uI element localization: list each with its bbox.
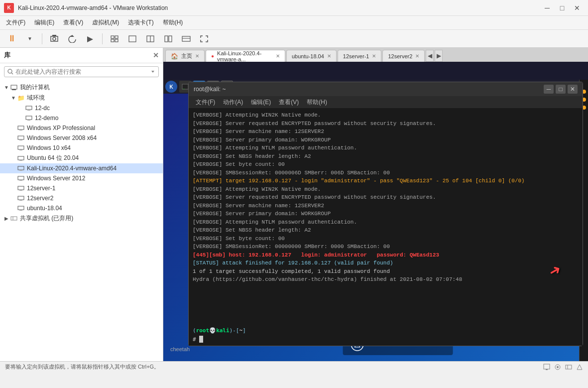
term-line-19: [STATUS] attack finished for 192.168.0.1… — [193, 259, 579, 267]
menu-tab[interactable]: 选项卡(T) — [124, 16, 157, 29]
term-menu-file[interactable]: 文件(F) — [193, 97, 218, 108]
term-line-2: [VERBOSE] Server requested ENCRYPTED pas… — [193, 120, 579, 128]
menu-file[interactable]: 文件(F) — [2, 16, 29, 29]
svg-line-16 — [11, 73, 13, 74]
arrow-icon: ▼ — [3, 85, 10, 90]
term-menu-help[interactable]: 帮助(H) — [304, 97, 330, 108]
menu-edit[interactable]: 编辑(E) — [30, 16, 58, 29]
tree-label-win2008: Windows Server 2008 x64 — [27, 134, 97, 141]
minimize-button[interactable]: ─ — [540, 2, 554, 14]
tab-label-ubuntu1804: ubuntu-18.04 — [292, 53, 324, 59]
tab-close-home[interactable]: ✕ — [195, 53, 199, 59]
svg-rect-27 — [18, 136, 24, 139]
tab-ubuntu1804[interactable]: ubuntu-18.04 ✕ — [286, 50, 337, 62]
tree-item-winxp[interactable]: Windows XP Professional — [0, 123, 163, 133]
tree-item-my-computer[interactable]: ▼ 我的计算机 — [0, 82, 163, 93]
statusbar-icon-1 — [543, 364, 550, 371]
tab-label-12server1: 12server-1 — [343, 53, 369, 59]
tree-item-12server1[interactable]: 12server-1 — [0, 183, 163, 193]
main-area: 库 ✕ ▼ 我的计算机 ▼ 📁 域环境 — [0, 48, 588, 361]
svg-rect-40 — [19, 200, 22, 201]
vm-display-area[interactable]: K _ root@kali: ~ root@kali: ~ 07:08 上午 — [163, 62, 588, 361]
search-dropdown-icon[interactable] — [150, 69, 155, 74]
tree-item-kali[interactable]: Kali-Linux-2020.4-vmware-amd64 — [0, 163, 163, 173]
terminal-minimize-button[interactable]: ─ — [544, 85, 554, 94]
tree-label-win2012: Windows Server 2012 — [27, 175, 85, 182]
menubar: 文件(F) 编辑(E) 查看(V) 虚拟机(M) 选项卡(T) 帮助(H) — [0, 16, 588, 30]
svg-point-2 — [53, 37, 56, 40]
svg-rect-55 — [546, 369, 548, 370]
suspend-button[interactable] — [82, 32, 98, 46]
tab-kali[interactable]: ● Kali-Linux-2020.4-vmware-a... ✕ — [206, 50, 285, 62]
tree-item-shared[interactable]: ▶ 共享虚拟机 (已弃用) — [0, 213, 163, 224]
terminal-titlebar: root@kali: ~ ─ □ ✕ — [189, 82, 583, 96]
tab-12server2[interactable]: 12server2 ✕ — [382, 50, 425, 62]
term-menu-view[interactable]: 查看(V) — [276, 97, 302, 108]
menu-view[interactable]: 查看(V) — [59, 16, 87, 29]
terminal-window-controls: ─ □ ✕ — [544, 85, 578, 94]
term-line-15: [VERBOSE] Set NBSS header length: A2 — [193, 226, 579, 235]
terminal-input-line[interactable]: (root💀kali)-[~] — [189, 325, 583, 336]
tree-item-win2012[interactable]: Windows Server 2012 — [0, 173, 163, 183]
snapshot-button[interactable] — [46, 32, 62, 46]
term-line-5: [VERBOSE] Attempting NTLM password authe… — [193, 144, 579, 152]
view-btn-3[interactable] — [142, 32, 158, 46]
term-menu-action[interactable]: 动作(A) — [220, 97, 246, 108]
terminal-window[interactable]: root@kali: ~ ─ □ ✕ 文件(F) 动作(A) 编辑(E) 查看(… — [188, 82, 583, 346]
svg-rect-20 — [26, 106, 32, 110]
svg-rect-8 — [129, 36, 136, 42]
term-line-7: [VERBOSE] Set byte count: 00 — [193, 160, 579, 169]
maximize-button[interactable]: □ — [555, 2, 569, 14]
vm-tree: ▼ 我的计算机 ▼ 📁 域环境 12-dc — [0, 80, 163, 361]
tree-item-12server2[interactable]: 12server2 — [0, 193, 163, 203]
menu-vm[interactable]: 虚拟机(M) — [88, 16, 123, 29]
term-line-12: [VERBOSE] Server machine name: 12SERVER2 — [193, 202, 579, 210]
svg-point-15 — [8, 69, 12, 73]
vm-icon — [17, 154, 25, 162]
tree-item-domain[interactable]: ▼ 📁 域环境 — [0, 93, 163, 103]
tab-close-kali[interactable]: ✕ — [276, 53, 280, 59]
vm-icon — [17, 174, 25, 182]
close-button[interactable]: ✕ — [570, 2, 584, 14]
tab-close-12server2[interactable]: ✕ — [415, 53, 419, 59]
taskbar-apps-icon[interactable]: K — [165, 81, 177, 93]
pause-button[interactable]: ⏸ — [4, 32, 20, 46]
menu-help[interactable]: 帮助(H) — [159, 16, 187, 29]
tree-item-win2008[interactable]: Windows Server 2008 x64 — [0, 133, 163, 143]
tree-item-12demo[interactable]: 12-demo — [0, 113, 163, 123]
home-icon: 🏠 — [171, 53, 178, 60]
tab-close-12server1[interactable]: ✕ — [372, 53, 376, 59]
terminal-maximize-button[interactable]: □ — [556, 85, 566, 94]
revert-button[interactable] — [64, 32, 80, 46]
term-menu-edit[interactable]: 编辑(E) — [248, 97, 274, 108]
toolbar-dropdown[interactable]: ▼ — [22, 32, 38, 46]
tree-item-ubuntu2004[interactable]: Ubuntu 64 位 20.04 — [0, 153, 163, 163]
sidebar-close-button[interactable]: ✕ — [153, 51, 159, 59]
tab-12server1[interactable]: 12server-1 ✕ — [338, 50, 382, 62]
svg-rect-35 — [18, 176, 24, 180]
tree-item-12dc[interactable]: 12-dc — [0, 103, 163, 113]
term-line-10: [VERBOSE] Attempting WIN2K Native mode. — [193, 185, 579, 194]
term-line-13: [VERBOSE] Server primary domain: WORKGRO… — [193, 210, 579, 218]
tab-nav-right[interactable]: ▶ — [435, 50, 443, 62]
vm-icon — [17, 164, 25, 172]
fullscreen-button[interactable] — [196, 32, 212, 46]
tab-nav-left[interactable]: ◀ — [426, 50, 434, 62]
terminal-close-button[interactable]: ✕ — [568, 85, 578, 94]
tree-item-win10[interactable]: Windows 10 x64 — [0, 143, 163, 153]
svg-rect-11 — [165, 36, 168, 42]
search-input[interactable] — [15, 68, 148, 75]
statusbar-icon-2 — [554, 364, 561, 371]
view-btn-5[interactable] — [178, 32, 194, 46]
view-btn-4[interactable] — [160, 32, 176, 46]
terminal-cursor-line[interactable]: # — [189, 336, 583, 346]
vm-icon — [17, 204, 25, 212]
tab-home[interactable]: 🏠 主页 ✕ — [165, 50, 205, 62]
tab-close-ubuntu1804[interactable]: ✕ — [327, 53, 331, 59]
svg-rect-30 — [19, 149, 22, 150]
view-btn-2[interactable] — [124, 32, 140, 46]
terminal-menubar: 文件(F) 动作(A) 编辑(E) 查看(V) 帮助(H) — [189, 96, 583, 108]
tree-item-ubuntu1804[interactable]: ubuntu-18.04 — [0, 203, 163, 213]
tree-label-shared: 共享虚拟机 (已弃用) — [20, 214, 73, 223]
view-btn-1[interactable] — [107, 32, 122, 46]
